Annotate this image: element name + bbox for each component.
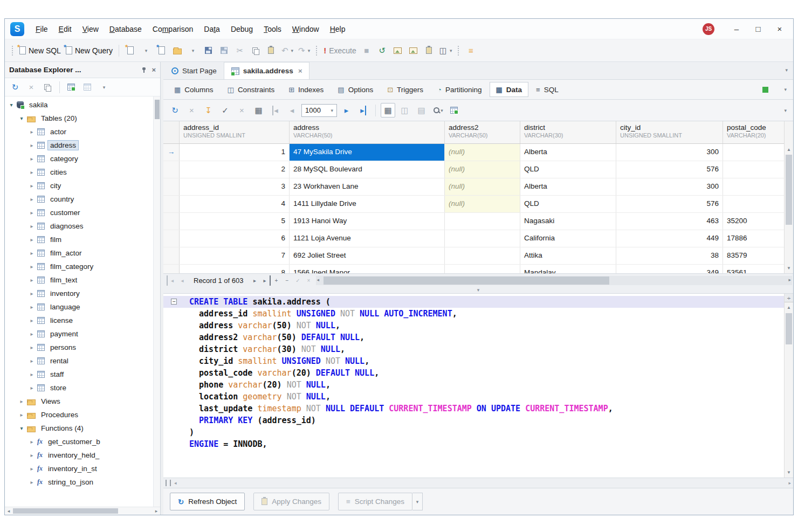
chevron-down-icon[interactable]: ▾ (784, 87, 787, 92)
code-line[interactable]: PRIMARY KEY (address_id) (163, 414, 793, 426)
code-line[interactable]: address_id smallint UNSIGNED NOT NULL AU… (163, 308, 793, 320)
cell[interactable]: 38 (616, 247, 723, 264)
chevron-down-icon[interactable]: ▾ (7, 102, 16, 108)
chevron-right-icon[interactable]: ▸ (27, 479, 36, 485)
page-size-combobox[interactable]: 1000 ▾ (301, 104, 337, 117)
snippets-button[interactable] (422, 43, 436, 58)
format-button[interactable]: ≡ (464, 43, 478, 58)
export-data-button[interactable]: ↧ (201, 103, 216, 118)
image-tool-button[interactable] (391, 43, 405, 58)
tab-indexes[interactable]: ⊞Indexes (282, 82, 330, 97)
chevron-right-icon[interactable]: ▸ (27, 169, 36, 175)
table-row[interactable]: 228 MySQL Boulevard(null)QLD576 (163, 161, 793, 178)
chevron-right-icon[interactable]: ▸ (17, 398, 26, 404)
cell[interactable]: Mandalay (520, 265, 616, 273)
cell[interactable]: 1566 Inegl Manor (290, 265, 445, 273)
tab-constraints[interactable]: ◫Constraints (221, 82, 281, 97)
tab-columns[interactable]: ▦Columns (168, 82, 220, 97)
code-line[interactable]: city_id smallint UNSIGNED NOT NULL, (163, 355, 793, 367)
tree-item-get-customer-b[interactable]: ▸fxget_customer_b (5, 435, 160, 448)
tab-data[interactable]: ▦Data (490, 82, 529, 97)
tab-partitioning[interactable]: ◔Partitioning (431, 82, 488, 97)
chevron-right-icon[interactable]: ▸ (27, 237, 36, 243)
table-row[interactable]: 61121 Loja Avenue California44917886 (163, 230, 793, 247)
toolbar-grip[interactable] (12, 46, 13, 56)
scroll-up-icon[interactable]: ▲ (785, 303, 793, 312)
cell[interactable]: (null) (445, 161, 520, 178)
chevron-right-icon[interactable]: ▸ (27, 210, 36, 216)
tree-item-rental[interactable]: ▸rental (5, 354, 160, 368)
table-row[interactable]: 7692 Joliet Street Attika3883579 (163, 247, 793, 265)
chevron-right-icon[interactable]: ▸ (27, 317, 36, 323)
scroll-right-icon[interactable]: ▸ (153, 507, 160, 515)
toolbar-grip[interactable] (316, 46, 318, 56)
cell[interactable]: Attika (520, 247, 616, 264)
paging-button[interactable]: ▦ (251, 103, 266, 118)
next-record-icon[interactable]: ▸ (250, 275, 260, 286)
code-line[interactable]: ENGINE = INNODB, (163, 438, 793, 450)
tab-sakila-address[interactable]: sakila.address× (224, 62, 310, 79)
tree-item-cities[interactable]: ▸cities (5, 165, 160, 179)
maximize-button[interactable]: □ (750, 22, 766, 36)
cancel-edit-icon[interactable]: × (304, 275, 314, 286)
scroll-down-icon[interactable]: ▼ (785, 264, 793, 272)
column-header-address2[interactable]: address2VARCHAR(50) (445, 121, 520, 143)
tree-item-store[interactable]: ▸store (5, 381, 160, 395)
chevron-right-icon[interactable]: ▸ (27, 183, 36, 189)
close-button[interactable]: × (772, 22, 788, 36)
cell[interactable]: 349 (616, 265, 723, 273)
chevron-right-icon[interactable]: ▸ (27, 291, 36, 296)
sql-editor[interactable]: −CREATE TABLE sakila.address ( address_i… (163, 294, 793, 478)
menu-help[interactable]: Help (325, 22, 350, 36)
table-row[interactable]: 81566 Inegl Manor Mandalay34953561 (163, 265, 793, 273)
explorer-refresh-button[interactable]: ↻ (8, 80, 22, 94)
cell[interactable]: (null) (445, 144, 520, 161)
explorer-delete-button[interactable]: × (24, 80, 38, 94)
code-line[interactable]: postal_code varchar(20) DEFAULT NULL, (163, 367, 793, 379)
grid-corner[interactable] (163, 121, 180, 143)
row-header[interactable]: → (163, 144, 180, 161)
scrollbar-thumb[interactable] (13, 508, 118, 514)
menu-data[interactable]: Data (199, 22, 225, 36)
row-header[interactable] (163, 196, 180, 212)
cell[interactable]: 692 Joliet Street (290, 247, 445, 264)
cell[interactable]: California (520, 230, 616, 247)
chevron-right-icon[interactable]: ▸ (27, 344, 36, 350)
cell[interactable] (723, 178, 785, 195)
cell[interactable]: 83579 (723, 247, 785, 264)
sql-horizontal-scrollbar[interactable]: ◂ ▸ (163, 478, 793, 488)
tree-item-film[interactable]: ▸film (5, 233, 160, 246)
column-header-city-id[interactable]: city_idUNSIGNED SMALLINT (616, 121, 723, 143)
scroll-left-icon[interactable]: ◂ (174, 480, 177, 486)
cell[interactable]: 1121 Loja Avenue (290, 230, 445, 247)
chevron-down-icon[interactable]: ▾ (17, 115, 26, 121)
explorer-more-dropdown[interactable]: ▾ (97, 80, 111, 94)
column-header-address-id[interactable]: address_idUNSIGNED SMALLINT (180, 121, 290, 143)
data-cancel-button[interactable]: × (184, 103, 199, 118)
cell[interactable]: 53561 (723, 265, 785, 273)
cell[interactable] (445, 247, 520, 264)
tab-triggers[interactable]: ⊡Triggers (381, 82, 430, 97)
open-file-button[interactable] (170, 43, 184, 58)
scrollbar-thumb[interactable] (155, 100, 160, 119)
row-header[interactable] (163, 213, 180, 230)
tree-item-diagnoses[interactable]: ▸diagnoses (5, 219, 160, 233)
new-table-button[interactable] (65, 80, 79, 94)
cell[interactable]: 6 (180, 230, 290, 247)
save-all-button[interactable] (217, 43, 231, 58)
horizontal-splitter[interactable]: ▾ (163, 287, 793, 294)
minimize-button[interactable]: – (728, 22, 745, 36)
card-view-button[interactable]: ◫ (397, 103, 412, 118)
chevron-right-icon[interactable]: ▸ (27, 439, 36, 445)
last-record-icon[interactable]: ▸ (261, 275, 271, 286)
append-record-icon[interactable]: + (272, 275, 281, 286)
tree-item-film-actor[interactable]: ▸film_actor (5, 246, 160, 260)
cell[interactable]: QLD (520, 196, 616, 212)
scroll-left-icon[interactable]: ◂ (5, 507, 12, 515)
row-header[interactable] (163, 247, 180, 264)
tree-item-film-category[interactable]: ▸film_category (5, 260, 160, 273)
tree-item-category[interactable]: ▸category (5, 152, 160, 165)
cell[interactable] (723, 196, 785, 212)
scrollbar-thumb[interactable] (786, 155, 792, 225)
code-line[interactable]: last_update timestamp NOT NULL DEFAULT C… (163, 403, 793, 414)
